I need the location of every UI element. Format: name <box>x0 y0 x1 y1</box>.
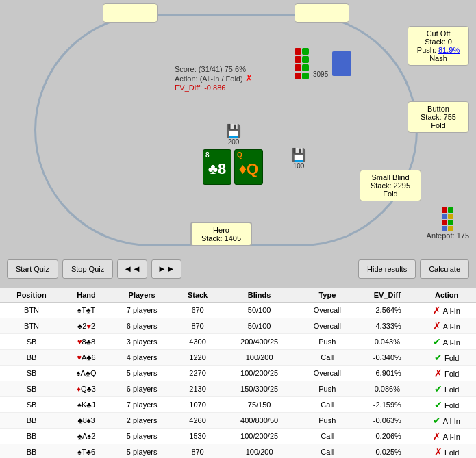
cell-players: 5 players <box>110 444 174 459</box>
cell-hand: ♣2♥2 <box>63 318 110 334</box>
score-info: Score: (31/41) 75.6% Action: (All-In / F… <box>175 65 253 92</box>
nav-forward-button[interactable]: ►► <box>151 259 181 279</box>
poker-area: Score: (31/41) 75.6% Action: (All-In / F… <box>0 0 476 288</box>
cell-players: 7 players <box>110 397 174 413</box>
cell-position: SB <box>0 397 63 413</box>
cell-ev-diff: -4.333% <box>357 318 417 334</box>
cell-ev-diff: -2.159% <box>357 397 417 413</box>
cell-action: ✔ All-In <box>417 334 476 350</box>
cell-position: SB <box>0 381 63 397</box>
cell-ev-diff: -0.063% <box>357 413 417 429</box>
cell-ev-diff: -2.564% <box>357 303 417 318</box>
calculate-button[interactable]: Calculate <box>420 259 469 279</box>
result-x-icon: ✗ <box>434 446 442 457</box>
button-name: Button <box>414 105 463 113</box>
result-check-icon: ✔ <box>434 383 442 394</box>
results-table: Position Hand Players Stack Blinds Type … <box>0 288 476 458</box>
result-x-icon: ✗ <box>434 368 442 379</box>
cell-action: ✔ Fold <box>417 381 476 397</box>
cell-blinds: 100/200 <box>221 350 297 366</box>
cell-stack: 670 <box>174 303 221 318</box>
chips-count: 3095 <box>313 71 328 78</box>
start-quiz-button[interactable]: Start Quiz <box>7 259 58 279</box>
table-row: BB ♣A♠2 5 players 1530 100/200/25 Call -… <box>0 429 476 444</box>
hero-name: Hero <box>199 226 244 234</box>
cell-action: ✔ Fold <box>417 350 476 366</box>
table-row: BB ♠T♣6 5 players 870 100/200 Call -0.02… <box>0 444 476 459</box>
player-box-top-right <box>295 3 349 23</box>
blue-card-icon <box>332 51 351 76</box>
sb-name: Small Blind <box>366 173 415 181</box>
cell-position: BTN <box>0 318 63 334</box>
cell-ev-diff: 0.043% <box>357 334 417 350</box>
cell-blinds: 100/200 <box>221 444 297 459</box>
cell-position: BTN <box>0 303 63 318</box>
table-row: SB ♠A♣Q 5 players 2270 100/200/25 Overca… <box>0 366 476 381</box>
table-body: BTN ♠T♣T 7 players 670 50/100 Overcall -… <box>0 303 476 459</box>
sb-action: Fold <box>366 190 415 198</box>
cards-area: 8 ♣8 Q ♦Q <box>203 149 263 185</box>
cell-stack: 2270 <box>174 366 221 381</box>
cell-position: SB <box>0 334 63 350</box>
cell-hand: ♦Q♣3 <box>63 381 110 397</box>
cell-hand: ♥8♣8 <box>63 334 110 350</box>
col-action: Action <box>417 288 476 303</box>
col-ev-diff: EV_Diff <box>357 288 417 303</box>
cell-type: Push <box>297 334 357 350</box>
cell-stack: 1070 <box>174 397 221 413</box>
result-x-icon: ✗ <box>433 305 441 316</box>
cell-stack: 1530 <box>174 429 221 444</box>
col-position: Position <box>0 288 63 303</box>
result-check-icon: ✔ <box>433 336 441 347</box>
cell-ev-diff: 0.086% <box>357 381 417 397</box>
score-line: Score: (31/41) 75.6% <box>175 65 253 73</box>
cell-position: SB <box>0 366 63 381</box>
cell-position: BB <box>0 444 63 459</box>
cell-position: BB <box>0 413 63 429</box>
chip-red-3 <box>295 64 301 71</box>
cell-players: 7 players <box>110 303 174 318</box>
col-type: Type <box>297 288 357 303</box>
nav-back-button[interactable]: ◄◄ <box>117 259 147 279</box>
antepot-area: Antepot: 175 <box>427 202 469 240</box>
table-row: BB ♥A♣6 4 players 1220 100/200 Call -0.3… <box>0 350 476 366</box>
chip-green-3 <box>302 64 309 71</box>
data-table-area: Position Hand Players Stack Blinds Type … <box>0 288 476 458</box>
sb-stack: Stack: 2295 <box>366 181 415 190</box>
stop-quiz-button[interactable]: Stop Quiz <box>62 259 113 279</box>
cell-type: Call <box>297 397 357 413</box>
col-players: Players <box>110 288 174 303</box>
cell-players: 5 players <box>110 366 174 381</box>
hide-results-button[interactable]: Hide results <box>358 259 416 279</box>
result-x-icon: ✗ <box>433 431 441 442</box>
cell-players: 3 players <box>110 334 174 350</box>
cell-hand: ♥A♣6 <box>63 350 110 366</box>
cell-blinds: 50/100 <box>221 303 297 318</box>
table-row: BTN ♣2♥2 6 players 870 50/100 Overcall -… <box>0 318 476 334</box>
cutoff-action: Push: 81.9% <box>414 46 463 54</box>
cell-action: ✔ All-In <box>417 413 476 429</box>
col-stack: Stack <box>174 288 221 303</box>
card-8c: 8 ♣8 <box>203 149 231 185</box>
table-row: SB ♦Q♣3 6 players 2130 150/300/25 Push 0… <box>0 381 476 397</box>
cutoff-nash-pct: 81.9% <box>438 46 460 54</box>
button-action: Fold <box>414 121 463 129</box>
result-check-icon: ✔ <box>434 352 442 363</box>
cell-hand: ♠T♣T <box>63 303 110 318</box>
cell-stack: 4300 <box>174 334 221 350</box>
chip-green-4 <box>302 73 309 79</box>
action-line: Action: (All-In / Fold) ✗ <box>175 73 253 84</box>
player-box-cutoff: Cut Off Stack: 0 Push: 81.9% Nash <box>408 26 469 66</box>
cell-action: ✗ All-In <box>417 318 476 334</box>
cell-players: 6 players <box>110 381 174 397</box>
disk-icon-top: 💾 200 <box>226 123 241 146</box>
button-stack: Stack: 755 <box>414 113 463 121</box>
cell-type: Push <box>297 413 357 429</box>
cell-stack: 4260 <box>174 413 221 429</box>
cell-type: Call <box>297 429 357 444</box>
table-row: SB ♠K♣J 7 players 1070 75/150 Call -2.15… <box>0 397 476 413</box>
cell-ev-diff: -0.206% <box>357 429 417 444</box>
cell-type: Call <box>297 350 357 366</box>
player-box-top-left <box>103 3 158 23</box>
cutoff-nash: Nash <box>414 54 463 62</box>
